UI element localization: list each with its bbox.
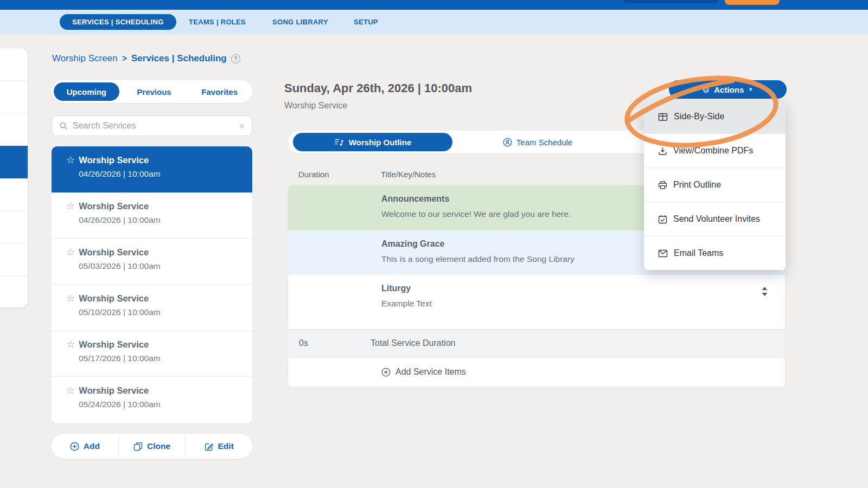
menu-item-view-combine-pdfs[interactable]: View/Combine PDFs xyxy=(644,134,786,168)
tab-favorites[interactable]: Favorites xyxy=(187,80,252,103)
service-name-subtitle: Worship Service xyxy=(284,101,347,111)
tab-worship-outline[interactable]: Worship Outline xyxy=(293,133,452,151)
outline-row-liturgy[interactable]: Liturgy Example Text xyxy=(288,275,785,330)
help-icon[interactable]: ? xyxy=(231,54,240,63)
module-nav: SERVICES | SCHEDULING TEAMS | ROLES SONG… xyxy=(0,10,868,34)
edge-list-row-selected[interactable] xyxy=(0,146,28,178)
service-list-item[interactable]: ☆ Worship Service 04/26/2026 | 10:00am xyxy=(52,192,252,239)
edit-service-button[interactable]: Edit xyxy=(186,434,252,459)
edge-list-row[interactable] xyxy=(0,113,28,146)
tab-teams-roles[interactable]: TEAMS | ROLES xyxy=(189,10,246,34)
edge-list-row[interactable] xyxy=(0,48,28,81)
column-header-duration: Duration xyxy=(298,170,329,179)
breadcrumb-parent[interactable]: Worship Screen xyxy=(52,53,118,64)
edge-list-row[interactable] xyxy=(0,276,28,308)
total-duration-label: Total Service Duration xyxy=(371,338,456,348)
menu-item-side-by-side[interactable]: Side-By-Side xyxy=(644,100,786,134)
add-service-button[interactable]: Add xyxy=(52,434,118,459)
tab-services-scheduling[interactable]: SERVICES | SCHEDULING xyxy=(60,14,176,30)
clone-icon xyxy=(133,442,143,451)
breadcrumb-current: Services | Scheduling xyxy=(131,53,227,64)
clone-service-button[interactable]: Clone xyxy=(119,434,186,459)
service-datetime: 04/26/2026 | 10:00am xyxy=(79,169,161,179)
person-circle-icon xyxy=(503,138,512,147)
gear-icon: ⚙ xyxy=(703,86,710,94)
tab-previous[interactable]: Previous xyxy=(122,80,187,103)
menu-item-send-volunteer-invites[interactable]: Send Volunteer Invites xyxy=(644,202,786,236)
favorite-star-icon[interactable]: ☆ xyxy=(66,201,75,238)
topbar-partial-orange-button[interactable] xyxy=(725,0,780,5)
top-app-bar xyxy=(0,0,868,10)
service-title: Worship Service xyxy=(79,155,161,165)
clear-search-icon[interactable]: × xyxy=(239,121,245,131)
favorite-star-icon[interactable]: ☆ xyxy=(66,247,75,284)
service-list-item[interactable]: ☆ Worship Service 05/10/2026 | 10:00am xyxy=(52,285,252,331)
item-notes: Example Text xyxy=(381,299,785,309)
favorite-star-icon[interactable]: ☆ xyxy=(66,293,75,330)
breadcrumb-separator-icon: > xyxy=(122,54,127,63)
service-datetime: 05/10/2026 | 10:00am xyxy=(79,307,161,317)
edit-icon xyxy=(205,442,214,451)
search-services-input[interactable] xyxy=(73,121,234,131)
edge-list-row[interactable] xyxy=(0,178,28,211)
envelope-icon xyxy=(658,249,668,258)
edge-partial-list xyxy=(0,48,28,308)
service-list-item[interactable]: ☆ Worship Service 05/24/2026 | 10:00am xyxy=(52,377,252,423)
actions-dropdown-menu: Side-By-Side View/Combine PDFs Print Out… xyxy=(644,100,786,270)
total-duration-value: 0s xyxy=(288,338,371,348)
service-date-heading: Sunday, Apr 26th, 2026 | 10:00am xyxy=(284,81,472,95)
calendar-check-icon xyxy=(658,215,667,224)
favorite-star-icon[interactable]: ☆ xyxy=(66,339,75,376)
service-list-actions: Add Clone Edit xyxy=(52,434,252,459)
printer-icon xyxy=(658,181,667,190)
edge-list-row[interactable] xyxy=(0,81,28,113)
tab-setup[interactable]: SETUP xyxy=(354,10,378,34)
playlist-music-icon xyxy=(334,138,344,147)
actions-button[interactable]: ⚙ Actions ▼ xyxy=(669,80,787,99)
edge-list-row[interactable] xyxy=(0,243,28,276)
plus-circle-icon xyxy=(381,368,391,377)
service-list-item[interactable]: ☆ Worship Service 05/03/2026 | 10:00am xyxy=(52,239,252,285)
item-title: Liturgy xyxy=(381,284,785,293)
service-title: Worship Service xyxy=(79,247,161,258)
column-header-title: Title/Key/Notes xyxy=(381,170,436,179)
total-duration-row: 0s Total Service Duration xyxy=(288,330,785,357)
caret-down-icon: ▼ xyxy=(748,87,753,92)
edge-list-row[interactable] xyxy=(0,211,28,243)
service-title: Worship Service xyxy=(79,293,161,304)
service-filter-tabs: Upcoming Previous Favorites xyxy=(52,80,252,103)
tab-team-schedule[interactable]: Team Schedule xyxy=(462,131,614,153)
grid-icon xyxy=(658,112,668,121)
service-list-item[interactable]: ☆ Worship Service 04/26/2026 | 10:00am xyxy=(52,146,252,192)
sort-handle-icon[interactable] xyxy=(762,287,768,296)
search-icon xyxy=(59,121,68,130)
download-icon xyxy=(658,146,667,156)
service-title: Worship Service xyxy=(79,339,161,350)
service-datetime: 05/24/2026 | 10:00am xyxy=(79,400,161,409)
topbar-partial-button[interactable] xyxy=(623,0,718,3)
breadcrumb: Worship Screen > Services | Scheduling ? xyxy=(52,53,240,64)
favorite-star-icon[interactable]: ☆ xyxy=(66,385,75,423)
plus-circle-icon xyxy=(70,442,79,451)
favorite-star-icon[interactable]: ☆ xyxy=(66,155,75,192)
service-title: Worship Service xyxy=(79,201,161,211)
menu-item-email-teams[interactable]: Email Teams xyxy=(644,236,786,270)
service-datetime: 05/03/2026 | 10:00am xyxy=(79,261,161,271)
service-datetime: 04/26/2026 | 10:00am xyxy=(79,215,161,225)
search-services-box: × xyxy=(52,115,252,136)
tab-song-library[interactable]: SONG LIBRARY xyxy=(272,10,328,34)
add-service-items-button[interactable]: Add Service Items xyxy=(288,357,785,387)
service-datetime: 05/17/2026 | 10:00am xyxy=(79,354,161,363)
menu-item-print-outline[interactable]: Print Outline xyxy=(644,168,786,202)
tab-upcoming[interactable]: Upcoming xyxy=(54,82,119,101)
service-list-item[interactable]: ☆ Worship Service 05/17/2026 | 10:00am xyxy=(52,331,252,377)
service-list: ☆ Worship Service 04/26/2026 | 10:00am ☆… xyxy=(52,146,252,423)
service-title: Worship Service xyxy=(79,385,161,396)
